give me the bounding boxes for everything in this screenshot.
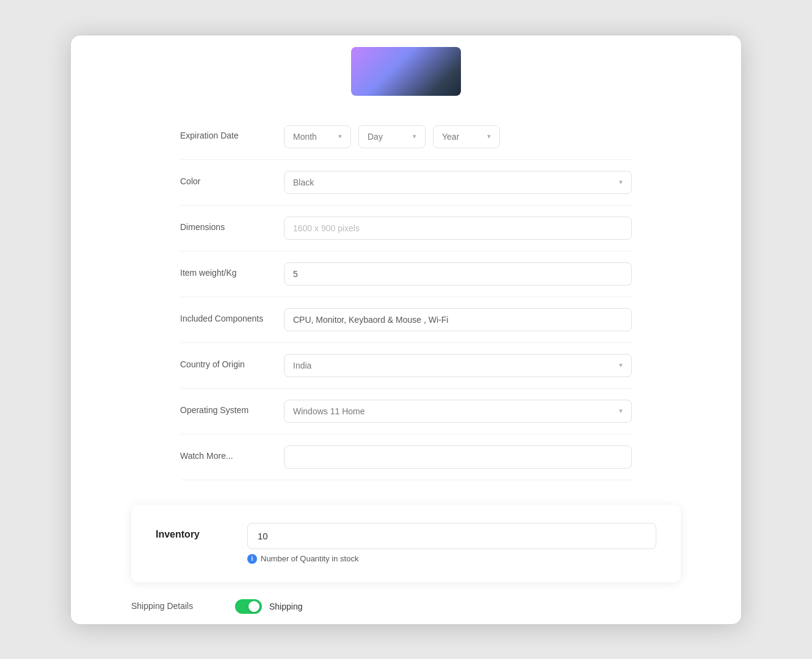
country-select[interactable]: India ▾ bbox=[284, 354, 632, 377]
color-label: Color bbox=[180, 171, 266, 188]
operating-system-row: Operating System Windows 11 Home ▾ bbox=[180, 389, 632, 434]
info-icon: i bbox=[247, 554, 257, 564]
year-chevron-icon: ▾ bbox=[487, 132, 491, 140]
included-components-control bbox=[284, 308, 632, 331]
shipping-control: Shipping bbox=[235, 599, 303, 614]
product-image-thumbnail bbox=[351, 47, 461, 96]
os-chevron-icon: ▾ bbox=[619, 407, 623, 415]
operating-system-control: Windows 11 Home ▾ bbox=[284, 400, 632, 423]
item-weight-row: Item weight/Kg bbox=[180, 251, 632, 297]
included-components-row: Included Components bbox=[180, 297, 632, 343]
country-of-origin-row: Country of Origin India ▾ bbox=[180, 343, 632, 389]
dimensions-input[interactable] bbox=[284, 217, 632, 240]
shipping-details-label: Shipping Details bbox=[131, 600, 217, 613]
included-components-label: Included Components bbox=[180, 308, 266, 325]
content-area: Expiration Date Month ▾ Day ▾ Year ▾ bbox=[70, 35, 742, 505]
watch-more-control bbox=[284, 445, 632, 469]
shipping-toggle[interactable] bbox=[235, 599, 262, 614]
year-select[interactable]: Year ▾ bbox=[433, 125, 500, 148]
country-chevron-icon: ▾ bbox=[619, 361, 623, 369]
inventory-hint-text: Number of Quantity in stock bbox=[261, 554, 358, 563]
device-frame: Expiration Date Month ▾ Day ▾ Year ▾ bbox=[70, 35, 742, 625]
expiration-date-row: Expiration Date Month ▾ Day ▾ Year ▾ bbox=[180, 114, 632, 160]
toggle-track[interactable] bbox=[235, 599, 262, 614]
inventory-section: Inventory i Number of Quantity in stock bbox=[131, 505, 681, 582]
expiration-date-label: Expiration Date bbox=[180, 125, 266, 142]
shipping-toggle-label: Shipping bbox=[269, 602, 303, 611]
item-weight-input[interactable] bbox=[284, 262, 632, 286]
country-of-origin-control: India ▾ bbox=[284, 354, 632, 377]
watch-more-input[interactable] bbox=[284, 445, 632, 469]
watch-more-row: Watch More... bbox=[180, 434, 632, 480]
dimensions-control bbox=[284, 217, 632, 240]
country-of-origin-label: Country of Origin bbox=[180, 354, 266, 371]
dimensions-row: Dimensions bbox=[180, 206, 632, 251]
color-control: Black ▾ bbox=[284, 171, 632, 194]
shipping-row: Shipping Details Shipping bbox=[131, 588, 681, 625]
watch-more-label: Watch More... bbox=[180, 445, 266, 463]
inventory-quantity-input[interactable] bbox=[247, 523, 656, 549]
included-components-input[interactable] bbox=[284, 308, 632, 331]
os-select[interactable]: Windows 11 Home ▾ bbox=[284, 400, 632, 423]
toggle-thumb bbox=[248, 601, 259, 612]
inventory-input-wrap: i Number of Quantity in stock bbox=[247, 523, 656, 564]
color-select[interactable]: Black ▾ bbox=[284, 171, 632, 194]
color-row: Color Black ▾ bbox=[180, 160, 632, 206]
operating-system-label: Operating System bbox=[180, 400, 266, 417]
day-chevron-icon: ▾ bbox=[413, 132, 416, 140]
inventory-label: Inventory bbox=[156, 523, 229, 540]
expiration-date-controls: Month ▾ Day ▾ Year ▾ bbox=[284, 125, 632, 148]
dimensions-label: Dimensions bbox=[180, 217, 266, 234]
item-weight-control bbox=[284, 262, 632, 286]
image-preview-section bbox=[180, 47, 632, 96]
month-select[interactable]: Month ▾ bbox=[284, 125, 351, 148]
date-select-group: Month ▾ Day ▾ Year ▾ bbox=[284, 125, 632, 148]
inventory-hint: i Number of Quantity in stock bbox=[247, 554, 656, 564]
day-select[interactable]: Day ▾ bbox=[358, 125, 426, 148]
inventory-row: Inventory i Number of Quantity in stock bbox=[156, 523, 656, 564]
month-chevron-icon: ▾ bbox=[338, 132, 342, 140]
item-weight-label: Item weight/Kg bbox=[180, 262, 266, 279]
color-chevron-icon: ▾ bbox=[619, 178, 623, 186]
